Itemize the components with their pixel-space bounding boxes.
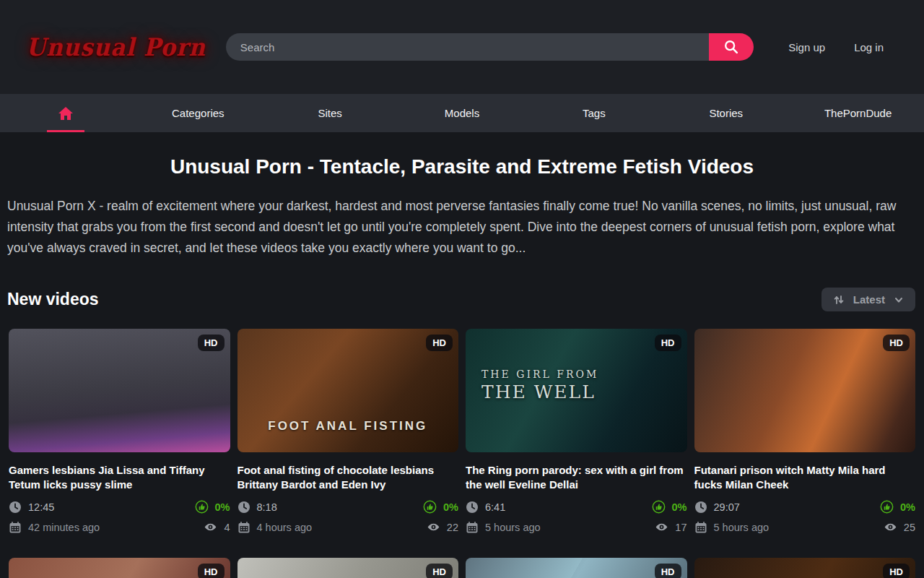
nav-item-theporndude[interactable]: ThePornDude — [792, 94, 924, 132]
video-duration: 6:41 — [466, 501, 505, 514]
site-logo[interactable]: Unusual Porn — [26, 33, 206, 61]
video-card: FOOT ANAL FISTING HD Foot anal fisting o… — [237, 329, 459, 540]
clock-icon — [9, 501, 22, 514]
video-thumbnail[interactable]: HD — [466, 558, 687, 578]
main-content: Unusual Porn - Tentacle, Parasite and Ex… — [0, 155, 924, 578]
video-rating-value: 0% — [672, 501, 687, 513]
thumbs-up-icon — [423, 500, 437, 514]
hd-badge: HD — [883, 564, 910, 578]
home-icon — [57, 105, 74, 122]
section-header: New videos Latest — [0, 288, 924, 311]
video-views-value: 22 — [447, 522, 458, 533]
video-card: HD — [9, 558, 230, 578]
sort-dropdown[interactable]: Latest — [821, 288, 915, 311]
clock-icon — [466, 501, 479, 514]
video-card: HD Gamers lesbians Jia Lissa and Tiffany… — [9, 329, 230, 540]
video-age: 4 hours ago — [237, 521, 313, 534]
video-meta-row: 8:18 0% — [237, 500, 459, 514]
hd-badge: HD — [198, 564, 225, 578]
video-duration-value: 29:07 — [714, 501, 740, 513]
video-meta-row: 4 hours ago 22 — [237, 520, 459, 534]
hd-badge: HD — [426, 564, 453, 578]
eye-icon — [884, 520, 897, 534]
eye-icon — [204, 520, 217, 534]
chevron-down-icon — [894, 295, 904, 305]
hd-badge: HD — [426, 335, 453, 351]
nav-item-categories[interactable]: Categories — [132, 94, 264, 132]
video-rating: 0% — [652, 500, 687, 514]
video-thumbnail[interactable]: HD — [237, 558, 459, 578]
video-thumbnail[interactable]: HD — [694, 558, 916, 578]
video-duration: 29:07 — [694, 501, 740, 514]
nav-item-stories[interactable]: Stories — [660, 94, 792, 132]
hd-badge: HD — [655, 564, 681, 578]
nav-item-models[interactable]: Models — [396, 94, 528, 132]
login-link[interactable]: Log in — [854, 41, 884, 53]
hd-badge: HD — [198, 335, 225, 351]
video-rating: 0% — [195, 500, 230, 514]
nav-item-home[interactable] — [0, 94, 132, 132]
site-header: Unusual Porn Sign up Log in — [0, 0, 924, 94]
clock-icon — [237, 501, 250, 514]
video-duration-value: 8:18 — [257, 501, 277, 513]
eye-icon — [655, 520, 668, 534]
video-duration: 8:18 — [237, 501, 277, 514]
page-description: Unusual Porn X - realm of excitement whe… — [0, 196, 924, 259]
calendar-icon — [466, 521, 479, 534]
video-card: HD Futanari prison witch Matty Mila hard… — [694, 329, 916, 540]
video-rating: 0% — [423, 500, 458, 514]
video-views: 22 — [427, 520, 458, 534]
video-thumbnail[interactable]: HD — [694, 329, 916, 452]
video-meta-row: 42 minutes ago 4 — [9, 520, 230, 534]
search-form — [226, 33, 754, 61]
clock-icon — [694, 501, 707, 514]
sort-label: Latest — [853, 293, 885, 306]
search-input[interactable] — [226, 33, 709, 61]
video-thumbnail[interactable]: THE GIRL FROM THE WELL HD — [466, 329, 687, 452]
video-title[interactable]: Foot anal fisting of chocolate lesbians … — [237, 463, 459, 492]
video-duration: 12:45 — [9, 501, 54, 514]
video-thumbnail[interactable]: FOOT ANAL FISTING HD — [237, 329, 459, 452]
video-age: 5 hours ago — [694, 521, 770, 534]
calendar-icon — [9, 521, 22, 534]
video-meta-row: 6:41 0% — [466, 500, 687, 514]
video-meta-row: 5 hours ago 17 — [466, 520, 687, 534]
search-button[interactable] — [709, 33, 754, 61]
sort-icon — [833, 294, 845, 306]
signup-link[interactable]: Sign up — [788, 41, 825, 53]
thumbnail-caption-line1: THE GIRL FROM — [481, 368, 598, 380]
video-rating-value: 0% — [215, 501, 230, 513]
thumbs-up-icon — [195, 500, 209, 514]
video-title[interactable]: The Ring porn parody: sex with a girl fr… — [466, 463, 687, 492]
video-age: 42 minutes ago — [9, 521, 100, 534]
page-title: Unusual Porn - Tentacle, Parasite and Ex… — [0, 155, 924, 178]
video-rating-value: 0% — [900, 501, 915, 513]
video-views-value: 25 — [904, 522, 915, 533]
video-card: HD — [237, 558, 459, 578]
video-duration-value: 12:45 — [28, 501, 54, 513]
video-age: 5 hours ago — [466, 521, 541, 534]
video-title[interactable]: Futanari prison witch Matty Mila hard fu… — [694, 463, 916, 492]
video-rating: 0% — [880, 500, 915, 514]
video-views: 4 — [204, 520, 230, 534]
video-views: 17 — [655, 520, 687, 534]
video-thumbnail[interactable]: HD — [9, 558, 230, 578]
video-age-value: 42 minutes ago — [28, 522, 100, 533]
nav-item-sites[interactable]: Sites — [264, 94, 396, 132]
nav-item-tags[interactable]: Tags — [528, 94, 660, 132]
main-nav: Categories Sites Models Tags Stories The… — [0, 94, 924, 132]
hd-badge: HD — [883, 335, 910, 351]
video-views-value: 4 — [224, 522, 230, 533]
thumbnail-caption: THE GIRL FROM THE WELL — [481, 368, 598, 402]
video-age-value: 5 hours ago — [485, 522, 541, 533]
video-title[interactable]: Gamers lesbians Jia Lissa and Tiffany Te… — [9, 463, 230, 492]
video-meta-row: 12:45 0% — [9, 500, 230, 514]
video-rating-value: 0% — [443, 501, 458, 513]
section-heading: New videos — [7, 290, 99, 309]
eye-icon — [427, 520, 440, 534]
video-thumbnail[interactable]: HD — [9, 329, 230, 452]
video-age-value: 5 hours ago — [714, 522, 770, 533]
thumbs-up-icon — [880, 500, 894, 514]
thumbnail-caption-line2: THE WELL — [481, 381, 598, 402]
video-age-value: 4 hours ago — [257, 522, 313, 533]
